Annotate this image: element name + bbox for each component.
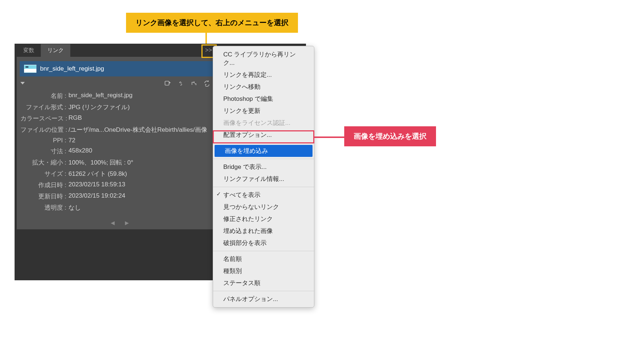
detail-label: サイズ : <box>20 170 68 178</box>
menu-item[interactable]: すべてを表示 <box>213 189 314 201</box>
menu-item[interactable]: 埋め込まれた画像 <box>213 225 314 237</box>
detail-row: 拡大・縮小 :100%、100%; 回転 : 0° <box>20 157 224 168</box>
menu-separator <box>213 251 314 251</box>
detail-value: 72 <box>68 137 224 144</box>
relink-icon[interactable] <box>177 79 184 87</box>
panel-tabs: 変数 リンク >> <box>17 44 227 57</box>
detail-row: ファイル形式 :JPG (リンクファイル) <box>20 102 224 113</box>
menu-item[interactable]: Bridge で表示... <box>213 161 314 173</box>
detail-label: PPI : <box>20 137 68 144</box>
detail-row: PPI :72 <box>20 135 224 146</box>
detail-row: ファイルの位置 :/ユーザ/ma...OneDrive-株式会社Rebirth/… <box>20 124 224 135</box>
link-thumbnail <box>24 65 36 73</box>
detail-label: カラースペース : <box>20 114 68 123</box>
annotation-top-line <box>205 27 207 46</box>
detail-value: 61262 バイト (59.8k) <box>68 170 224 178</box>
detail-row: 名前 :bnr_side_left_regist.jpg <box>20 90 224 102</box>
menu-item[interactable]: 配置オプション... <box>213 129 314 141</box>
update-link-icon[interactable] <box>203 79 211 87</box>
detail-label: 更新日時 : <box>20 192 68 201</box>
detail-value: 100%、100%; 回転 : 0° <box>68 158 224 167</box>
detail-label: 寸法 : <box>20 147 68 155</box>
detail-label: 作成日時 : <box>20 181 68 189</box>
detail-value: JPG (リンクファイル) <box>68 103 224 111</box>
menu-separator <box>213 159 314 159</box>
panel-context-menu: CC ライブラリから再リンク...リンクを再設定...リンクへ移動Photosh… <box>213 46 314 308</box>
detail-label: ファイル形式 : <box>20 103 68 111</box>
menu-separator <box>213 291 314 291</box>
caret-down-icon[interactable] <box>20 82 25 84</box>
detail-row: カラースペース :RGB <box>20 113 224 124</box>
detail-value: 2023/02/15 18:59:13 <box>68 181 224 189</box>
detail-label: ファイルの位置 : <box>20 126 68 134</box>
link-filename: bnr_side_left_regist.jpg <box>40 65 104 72</box>
annotation-right: 画像を埋め込みを選択 <box>344 126 436 146</box>
detail-value: 2023/02/15 19:02:24 <box>68 192 224 201</box>
detail-row: サイズ :61262 バイト (59.8k) <box>20 168 224 179</box>
detail-label: 拡大・縮小 : <box>20 158 68 167</box>
menu-item[interactable]: リンクへ移動 <box>213 81 314 93</box>
detail-value: 458x280 <box>68 147 224 155</box>
tab-variables[interactable]: 変数 <box>17 44 41 57</box>
relink-cc-icon[interactable] <box>164 79 171 87</box>
menu-item[interactable]: CC ライブラリから再リンク... <box>213 48 314 69</box>
link-item-row[interactable]: bnr_side_left_regist.jpg ⎘ <box>20 61 224 76</box>
detail-value: なし <box>68 203 224 212</box>
menu-item[interactable]: 見つからないリンク <box>213 201 314 213</box>
menu-item[interactable]: 画像を埋め込み <box>215 145 313 157</box>
annotation-right-line <box>314 136 344 138</box>
menu-item: 画像をライセンス認証... <box>213 117 314 129</box>
links-panel: 変数 リンク >> bnr_side_left_regist.jpg ⎘ 名前 … <box>17 44 227 229</box>
detail-label: 名前 : <box>20 92 68 100</box>
menu-item[interactable]: 名前順 <box>213 253 314 265</box>
menu-separator <box>213 143 314 143</box>
tab-links[interactable]: リンク <box>41 44 70 57</box>
goto-link-icon[interactable] <box>190 79 197 87</box>
menu-item[interactable]: パネルオプション... <box>213 293 314 305</box>
menu-separator <box>213 187 314 187</box>
menu-item[interactable]: 破損部分を表示 <box>213 237 314 249</box>
detail-row: 作成日時 :2023/02/15 18:59:13 <box>20 179 224 191</box>
menu-item[interactable]: リンクを再設定... <box>213 69 314 81</box>
detail-value: /ユーザ/ma...OneDrive-株式会社Rebirth/allies/画像 <box>68 126 224 134</box>
detail-row: 更新日時 :2023/02/15 19:02:24 <box>20 191 224 202</box>
menu-item[interactable]: リンクファイル情報... <box>213 173 314 185</box>
menu-item[interactable]: ステータス順 <box>213 277 314 289</box>
menu-item[interactable]: 修正されたリンク <box>213 213 314 225</box>
detail-label: 透明度 : <box>20 203 68 212</box>
detail-row: 透明度 :なし <box>20 202 224 213</box>
menu-item[interactable]: Photoshop で編集 <box>213 93 314 105</box>
svg-rect-0 <box>165 81 169 85</box>
detail-value: bnr_side_left_regist.jpg <box>68 92 224 100</box>
link-details: 名前 :bnr_side_left_regist.jpgファイル形式 :JPG … <box>17 89 227 218</box>
detail-value: RGB <box>68 114 224 123</box>
menu-item[interactable]: リンクを更新 <box>213 105 314 117</box>
nav-arrows[interactable]: ◀ ▶ <box>17 218 227 229</box>
annotation-top: リンク画像を選択して、右上のメニューを選択 <box>126 13 298 33</box>
detail-row: 寸法 :458x280 <box>20 146 224 157</box>
panel-toolbar <box>17 76 227 89</box>
menu-item[interactable]: 種類別 <box>213 265 314 277</box>
